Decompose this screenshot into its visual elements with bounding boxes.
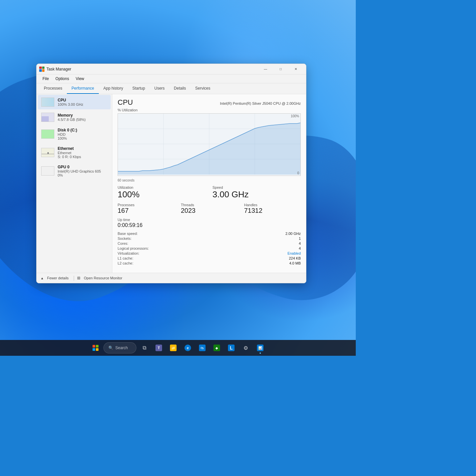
sidebar-item-gpu[interactable]: GPU 0 Intel(R) UHD Graphics 605 0% bbox=[38, 162, 111, 180]
sidebar-item-ethernet[interactable]: Ethernet Ethernet S: 0 R: 0 Kbps bbox=[38, 144, 111, 161]
gpu-name: GPU 0 bbox=[58, 165, 107, 169]
cpu-thumbnail bbox=[41, 98, 54, 107]
memory-info: Memory 4.5/7.8 GB (58%) bbox=[58, 113, 107, 122]
sidebar-item-cpu[interactable]: CPU 100% 3.00 GHz bbox=[38, 95, 111, 109]
speed-stat: Speed 3.00 GHz bbox=[212, 185, 301, 200]
menu-bar: File Options View bbox=[37, 74, 306, 83]
task-view-button[interactable]: ⧉ bbox=[138, 341, 151, 354]
sidebar-item-memory[interactable]: Memory 4.5/7.8 GB (58%) bbox=[38, 110, 111, 125]
sockets-key: Sockets: bbox=[118, 237, 131, 240]
gpu-detail1: Intel(R) UHD Graphics 605 bbox=[58, 169, 107, 173]
app-icon bbox=[39, 67, 44, 72]
cpu-name: CPU bbox=[58, 98, 107, 102]
task-manager-window: Task Manager — □ ✕ File Options View Pro… bbox=[36, 64, 306, 283]
windows-logo-icon bbox=[93, 345, 98, 351]
taskbar-items: 🔍 Search ⧉ T 📁 e 🛍 bbox=[89, 341, 267, 354]
utilization-value: 100% bbox=[118, 189, 206, 200]
start-button[interactable] bbox=[89, 341, 102, 354]
disk-info: Disk 0 (C:) HDD 100% bbox=[58, 128, 107, 140]
ethernet-detail2: S: 0 R: 0 Kbps bbox=[58, 155, 107, 159]
tab-performance[interactable]: Performance bbox=[67, 83, 99, 94]
l1-row: L1 cache: 224 KB bbox=[118, 256, 301, 260]
stats-row: Utilization 100% Speed 3.00 GHz bbox=[118, 185, 301, 200]
cpu-usage-graph bbox=[118, 114, 300, 175]
minimize-button[interactable]: — bbox=[258, 64, 273, 74]
logical-row: Logical processors: 4 bbox=[118, 246, 301, 250]
uptime-label: Up time bbox=[118, 218, 301, 222]
tab-details[interactable]: Details bbox=[169, 83, 191, 94]
ethernet-info: Ethernet Ethernet S: 0 R: 0 Kbps bbox=[58, 146, 107, 159]
open-resource-monitor-button[interactable]: Open Resource Monitor bbox=[82, 275, 124, 281]
utilization-stat: Utilization 100% bbox=[118, 185, 206, 200]
processes-label: Processes bbox=[118, 203, 174, 207]
cores-val: 4 bbox=[299, 241, 301, 245]
menu-file[interactable]: File bbox=[39, 75, 52, 82]
chevron-up-icon: ▲ bbox=[41, 276, 44, 280]
l2-val: 4.0 MB bbox=[289, 261, 301, 265]
l1-val: 224 KB bbox=[289, 256, 301, 260]
edge-icon: e bbox=[184, 345, 191, 351]
l-app-button[interactable]: L bbox=[225, 341, 238, 354]
tab-users[interactable]: Users bbox=[150, 83, 169, 94]
chart-min-label: 0 bbox=[297, 171, 299, 175]
processes-stat: Processes 167 bbox=[118, 203, 174, 214]
store-icon: 🛍 bbox=[199, 345, 206, 351]
tab-startup[interactable]: Startup bbox=[128, 83, 150, 94]
l2-row: L2 cache: 4.0 MB bbox=[118, 261, 301, 265]
settings-button[interactable]: ⚙ bbox=[239, 341, 252, 354]
cores-key: Cores: bbox=[118, 241, 128, 245]
teams-button[interactable]: T bbox=[152, 341, 165, 354]
cpu-chart: 100% 0 bbox=[118, 113, 301, 176]
tab-processes[interactable]: Processes bbox=[39, 83, 67, 94]
pth-row: Processes 167 Threads 2023 Handles 71312 bbox=[118, 203, 301, 214]
base-speed-row: Base speed: 2.00 GHz bbox=[118, 232, 301, 236]
maximize-button[interactable]: □ bbox=[273, 64, 288, 74]
menu-options[interactable]: Options bbox=[52, 75, 72, 82]
base-speed-val: 2.00 GHz bbox=[286, 232, 301, 236]
open-resource-monitor-label: Open Resource Monitor bbox=[84, 276, 122, 280]
search-icon: 🔍 bbox=[108, 346, 113, 350]
task-view-icon: ⧉ bbox=[143, 345, 146, 351]
detail-col-left: Base speed: 2.00 GHz Sockets: 1 Cores: 4… bbox=[118, 232, 301, 266]
search-label: Search bbox=[115, 346, 128, 350]
cpu-panel-title: CPU bbox=[118, 98, 133, 107]
chart-time-label: 60 seconds bbox=[118, 179, 301, 182]
tab-app-history[interactable]: App history bbox=[99, 83, 128, 94]
close-button[interactable]: ✕ bbox=[288, 64, 303, 74]
sockets-row: Sockets: 1 bbox=[118, 237, 301, 240]
uptime-value: 0:00:59:16 bbox=[118, 222, 301, 228]
cpu-model-text: Intel(R) Pentium(R) Silver J5040 CPU @ 2… bbox=[220, 101, 301, 105]
l2-key: L2 cache: bbox=[118, 261, 133, 265]
threads-label: Threads bbox=[181, 203, 238, 207]
l1-key: L1 cache: bbox=[118, 256, 133, 260]
gpu-info: GPU 0 Intel(R) UHD Graphics 605 0% bbox=[58, 165, 107, 177]
edge-button[interactable]: e bbox=[181, 341, 194, 354]
virtualization-key: Virtualization: bbox=[118, 251, 139, 255]
green-app-button[interactable]: ◆ bbox=[210, 341, 223, 354]
monitor-app-button[interactable]: 📊 bbox=[254, 341, 267, 354]
tab-services[interactable]: Services bbox=[191, 83, 215, 94]
file-explorer-button[interactable]: 📁 bbox=[167, 341, 180, 354]
gpu-thumbnail bbox=[41, 166, 54, 176]
sidebar-item-disk[interactable]: Disk 0 (C:) HDD 100% bbox=[38, 125, 111, 143]
search-button[interactable]: 🔍 Search bbox=[103, 342, 136, 353]
main-content: CPU 100% 3.00 GHz Memory 4.5/7.8 GB (58%… bbox=[37, 94, 306, 273]
store-button[interactable]: 🛍 bbox=[196, 341, 209, 354]
disk-name: Disk 0 (C:) bbox=[58, 128, 107, 132]
file-explorer-icon: 📁 bbox=[170, 345, 177, 351]
chart-y-label: % Utilization bbox=[118, 108, 301, 112]
chart-max-label: 100% bbox=[291, 114, 299, 118]
monitor-app-icon: 📊 bbox=[257, 345, 264, 351]
fewer-details-button[interactable]: Fewer details bbox=[45, 275, 70, 281]
menu-view[interactable]: View bbox=[72, 75, 88, 82]
l-app-icon: L bbox=[228, 345, 235, 351]
virtualization-val: Enabled bbox=[288, 251, 301, 255]
threads-stat: Threads 2023 bbox=[181, 203, 238, 214]
threads-value: 2023 bbox=[181, 207, 238, 214]
ethernet-detail1: Ethernet bbox=[58, 151, 107, 155]
tab-bar: Processes Performance App history Startu… bbox=[37, 83, 306, 94]
sockets-val: 1 bbox=[299, 237, 301, 240]
handles-label: Handles bbox=[244, 203, 301, 207]
teams-icon: T bbox=[155, 345, 162, 351]
footer-divider: | bbox=[73, 275, 74, 281]
